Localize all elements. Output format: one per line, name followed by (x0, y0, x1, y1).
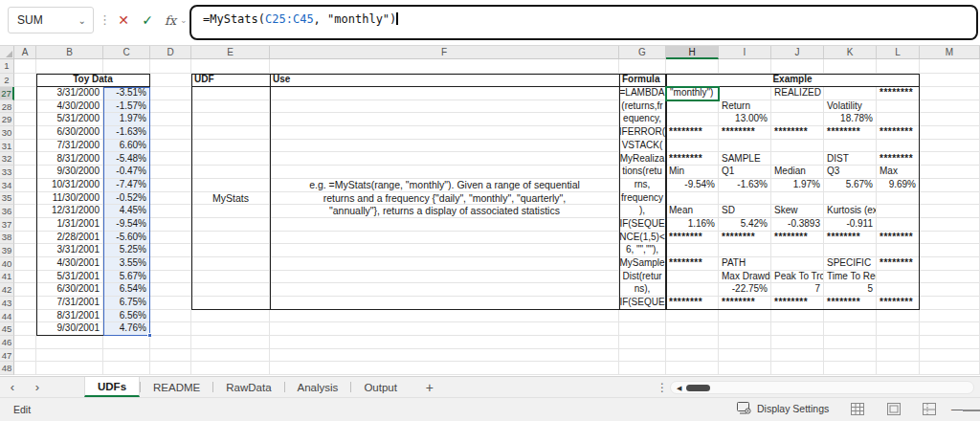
cell-K37[interactable]: -0.911 (824, 218, 877, 232)
cell-I46[interactable] (719, 336, 771, 349)
cell-E45[interactable] (191, 322, 270, 336)
cell-J36[interactable]: Skew (771, 205, 824, 218)
cell-J31[interactable] (771, 140, 824, 153)
cell-G36[interactable]: ), (619, 205, 666, 218)
cell-K28[interactable]: Volatility (824, 100, 877, 114)
cell-A28[interactable] (14, 100, 36, 114)
cell-G37[interactable]: IF(SEQUE (619, 218, 666, 232)
cell-B33[interactable]: 9/30/2000 (36, 166, 103, 179)
row-header-32[interactable]: 32 (0, 152, 14, 166)
cell-I27[interactable] (719, 87, 771, 100)
cell-L46[interactable] (877, 336, 920, 349)
page-break-preview-icon[interactable] (923, 403, 936, 415)
cell-L48[interactable] (877, 362, 920, 375)
cell-C41[interactable]: 5.67% (103, 271, 150, 284)
cell-J30[interactable]: ******** (771, 126, 824, 140)
cell-I30[interactable]: ******** (719, 126, 771, 140)
cell-H47[interactable] (666, 349, 719, 363)
row-header-2[interactable]: 2 (0, 74, 14, 88)
cell-I41[interactable]: Max Drawdown (719, 271, 771, 284)
cell-H31[interactable] (666, 140, 719, 153)
cell-A44[interactable] (14, 310, 36, 323)
row-header-31[interactable]: 31 (0, 140, 14, 153)
cell-I34[interactable]: -1.63% (719, 179, 771, 192)
cell-J28[interactable] (771, 100, 824, 114)
cell-E37[interactable] (191, 218, 270, 232)
column-header-E[interactable]: E (191, 46, 270, 59)
cell-E41[interactable] (191, 271, 270, 284)
cell-K42[interactable]: 5 (824, 283, 877, 297)
cell-G33[interactable]: tions(retu (619, 166, 666, 179)
cell-F37[interactable] (270, 218, 619, 232)
cell-A27[interactable] (14, 87, 36, 100)
cell-F36[interactable] (270, 205, 619, 218)
cell-C29[interactable]: 1.97% (103, 113, 150, 126)
cell-M33[interactable] (920, 166, 980, 179)
cell-C39[interactable]: 5.25% (103, 244, 150, 257)
cell-L38[interactable]: ******** (877, 232, 920, 245)
row-header-47[interactable]: 47 (0, 349, 14, 363)
cell-E27[interactable] (191, 87, 270, 100)
cell-E35[interactable] (191, 192, 270, 206)
cell-H34[interactable]: -9.54% (666, 179, 719, 192)
cell-M47[interactable] (920, 349, 980, 363)
cell-I47[interactable] (719, 349, 771, 363)
cell-A30[interactable] (14, 126, 36, 140)
cell-H45[interactable] (666, 322, 719, 336)
cell-L1[interactable] (877, 59, 920, 74)
cell-L36[interactable] (877, 205, 920, 218)
cell-E39[interactable] (191, 244, 270, 257)
cell-K40[interactable]: SPECIFIC (824, 257, 877, 271)
cell-B31[interactable]: 7/31/2000 (36, 140, 103, 153)
cell-F34[interactable] (270, 179, 619, 192)
cell-E28[interactable] (191, 100, 270, 114)
cell-K34[interactable]: 5.67% (824, 179, 877, 192)
cell-E44[interactable] (191, 310, 270, 323)
row-header-34[interactable]: 34 (0, 179, 14, 192)
row-header-38[interactable]: 38 (0, 232, 14, 245)
cell-J35[interactable] (771, 192, 824, 206)
cell-B30[interactable]: 6/30/2000 (36, 126, 103, 140)
cell-L37[interactable] (877, 218, 920, 232)
cell-B29[interactable]: 5/31/2000 (36, 113, 103, 126)
cell-M44[interactable] (920, 310, 980, 323)
cell-E1[interactable] (191, 59, 270, 74)
cell-L42[interactable] (877, 283, 920, 297)
insert-function-button[interactable]: fx (160, 10, 181, 31)
cell-M48[interactable] (920, 362, 980, 375)
cell-L29[interactable] (877, 113, 920, 126)
cell-A37[interactable] (14, 218, 36, 232)
cell-D48[interactable] (150, 362, 191, 375)
cell-A2[interactable] (14, 74, 36, 88)
cell-A33[interactable] (14, 166, 36, 179)
cell-F39[interactable] (270, 244, 619, 257)
tab-analysis[interactable]: Analysis (285, 377, 351, 397)
cell-H30[interactable]: ******** (666, 126, 719, 140)
cell-L41[interactable] (877, 271, 920, 284)
cell-E40[interactable] (191, 257, 270, 271)
cell-B38[interactable]: 2/28/2001 (36, 232, 103, 245)
prev-sheet-icon[interactable]: ‹ (0, 377, 25, 397)
cell-K31[interactable] (824, 140, 877, 153)
cell-F33[interactable] (270, 166, 619, 179)
cell-F38[interactable] (270, 232, 619, 245)
cell-A34[interactable] (14, 179, 36, 192)
cell-I28[interactable]: Return (719, 100, 771, 114)
cell-G27[interactable]: =LAMBDA (619, 87, 666, 100)
column-header-H[interactable]: H (666, 46, 719, 59)
row-header-45[interactable]: 45 (0, 322, 14, 336)
cell-B28[interactable]: 4/30/2000 (36, 100, 103, 114)
cell-A38[interactable] (14, 232, 36, 245)
cell-B1[interactable] (36, 59, 103, 74)
cell-H41[interactable] (666, 271, 719, 284)
cell-E42[interactable] (191, 283, 270, 297)
zoom-out-icon[interactable]: — (951, 403, 963, 416)
cell-G1[interactable] (619, 59, 666, 74)
cell-H2[interactable]: Example (666, 74, 920, 88)
cell-L35[interactable] (877, 192, 920, 206)
cell-D36[interactable] (150, 205, 191, 218)
cell-J45[interactable] (771, 322, 824, 336)
cell-J44[interactable] (771, 310, 824, 323)
cell-C34[interactable]: -7.47% (103, 179, 150, 192)
cell-F32[interactable] (270, 152, 619, 166)
